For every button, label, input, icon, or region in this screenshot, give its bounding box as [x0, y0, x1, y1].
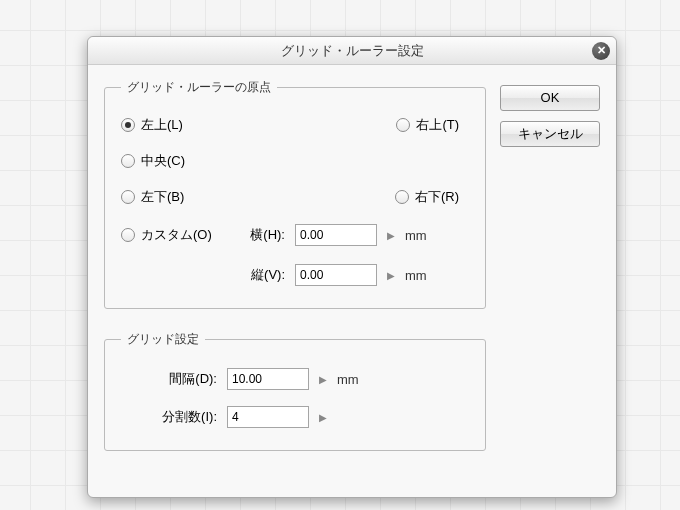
origin-top-left-radio[interactable]: 左上(L) [121, 116, 295, 134]
chevron-right-icon[interactable]: ▶ [387, 270, 395, 281]
vert-label: 縦(V): [233, 266, 285, 284]
spacing-label: 間隔(D): [153, 370, 217, 388]
radio-icon [121, 228, 135, 242]
radio-icon [396, 118, 410, 132]
dialog-title: グリッド・ルーラー設定 [281, 42, 424, 60]
origin-center-radio[interactable]: 中央(C) [121, 152, 469, 170]
spacing-input[interactable] [227, 368, 309, 390]
origin-radio-grid: 左上(L) 右上(T) 中央(C) 左下(B) [121, 116, 469, 206]
radio-icon [121, 190, 135, 204]
action-buttons: OK キャンセル [500, 79, 600, 473]
divisions-label: 分割数(I): [153, 408, 217, 426]
origin-bottom-left-radio[interactable]: 左下(B) [121, 188, 295, 206]
titlebar[interactable]: グリッド・ルーラー設定 ✕ [88, 37, 616, 65]
radio-label: 左上(L) [141, 116, 183, 134]
origin-legend: グリッド・ルーラーの原点 [121, 79, 277, 96]
close-icon[interactable]: ✕ [592, 42, 610, 60]
ok-button[interactable]: OK [500, 85, 600, 111]
horiz-unit: mm [405, 228, 429, 243]
origin-vert-row: 縦(V): ▶ mm [121, 264, 469, 286]
chevron-right-icon[interactable]: ▶ [319, 374, 327, 385]
vert-unit: mm [405, 268, 429, 283]
settings-column: グリッド・ルーラーの原点 左上(L) 右上(T) 中央(C) [104, 79, 486, 473]
spacing-unit: mm [337, 372, 361, 387]
origin-group: グリッド・ルーラーの原点 左上(L) 右上(T) 中央(C) [104, 79, 486, 309]
origin-custom-radio[interactable]: カスタム(O) [121, 226, 223, 244]
radio-icon [121, 118, 135, 132]
horiz-input[interactable] [295, 224, 377, 246]
origin-top-right-radio[interactable]: 右上(T) [396, 116, 469, 134]
chevron-right-icon[interactable]: ▶ [387, 230, 395, 241]
grid-settings-group: グリッド設定 間隔(D): ▶ mm 分割数(I): ▶ [104, 331, 486, 451]
origin-bottom-right-radio[interactable]: 右下(R) [395, 188, 469, 206]
grid-ruler-settings-dialog: グリッド・ルーラー設定 ✕ グリッド・ルーラーの原点 左上(L) 右上(T) [87, 36, 617, 498]
origin-custom-row: カスタム(O) 横(H): ▶ mm [121, 224, 469, 246]
radio-icon [121, 154, 135, 168]
divisions-row: 分割数(I): ▶ [121, 406, 469, 428]
chevron-right-icon[interactable]: ▶ [319, 412, 327, 423]
radio-label: 中央(C) [141, 152, 185, 170]
dialog-body: グリッド・ルーラーの原点 左上(L) 右上(T) 中央(C) [88, 65, 616, 497]
radio-label: 右上(T) [416, 116, 459, 134]
spacing-row: 間隔(D): ▶ mm [121, 368, 469, 390]
divisions-input[interactable] [227, 406, 309, 428]
grid-settings-legend: グリッド設定 [121, 331, 205, 348]
vert-input[interactable] [295, 264, 377, 286]
radio-label: 右下(R) [415, 188, 459, 206]
radio-label: カスタム(O) [141, 226, 212, 244]
cancel-button[interactable]: キャンセル [500, 121, 600, 147]
horiz-label: 横(H): [233, 226, 285, 244]
radio-label: 左下(B) [141, 188, 184, 206]
radio-icon [395, 190, 409, 204]
